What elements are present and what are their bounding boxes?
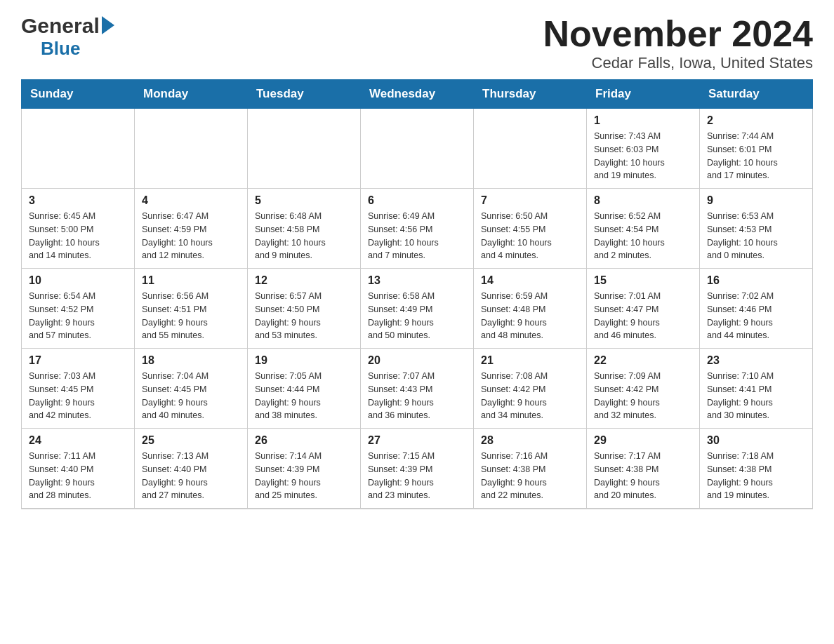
day-number: 4: [142, 194, 240, 207]
day-number: 27: [368, 434, 466, 447]
day-info: Sunrise: 7:17 AM Sunset: 4:38 PM Dayligh…: [594, 450, 692, 502]
day-number: 13: [368, 274, 466, 287]
calendar-cell: [135, 109, 248, 189]
calendar-cell: 17Sunrise: 7:03 AM Sunset: 4:45 PM Dayli…: [22, 349, 135, 429]
calendar-cell: 24Sunrise: 7:11 AM Sunset: 4:40 PM Dayli…: [22, 429, 135, 509]
day-info: Sunrise: 6:54 AM Sunset: 4:52 PM Dayligh…: [29, 290, 127, 342]
day-number: 8: [594, 194, 692, 207]
day-number: 7: [481, 194, 579, 207]
day-number: 26: [255, 434, 353, 447]
day-info: Sunrise: 6:49 AM Sunset: 4:56 PM Dayligh…: [368, 210, 466, 262]
day-info: Sunrise: 6:59 AM Sunset: 4:48 PM Dayligh…: [481, 290, 579, 342]
calendar-cell: 9Sunrise: 6:53 AM Sunset: 4:53 PM Daylig…: [700, 189, 813, 269]
day-number: 17: [29, 354, 127, 367]
weekday-header-sunday: Sunday: [22, 80, 135, 109]
calendar-cell: 6Sunrise: 6:49 AM Sunset: 4:56 PM Daylig…: [361, 189, 474, 269]
day-number: 19: [255, 354, 353, 367]
calendar-cell: 12Sunrise: 6:57 AM Sunset: 4:50 PM Dayli…: [248, 269, 361, 349]
calendar-cell: 10Sunrise: 6:54 AM Sunset: 4:52 PM Dayli…: [22, 269, 135, 349]
calendar-cell: 4Sunrise: 6:47 AM Sunset: 4:59 PM Daylig…: [135, 189, 248, 269]
day-number: 11: [142, 274, 240, 287]
weekday-header-monday: Monday: [135, 80, 248, 109]
calendar-cell: 23Sunrise: 7:10 AM Sunset: 4:41 PM Dayli…: [700, 349, 813, 429]
day-number: 30: [707, 434, 805, 447]
day-info: Sunrise: 7:04 AM Sunset: 4:45 PM Dayligh…: [142, 370, 240, 422]
calendar-cell: [248, 109, 361, 189]
day-info: Sunrise: 7:11 AM Sunset: 4:40 PM Dayligh…: [29, 450, 127, 502]
calendar-cell: 16Sunrise: 7:02 AM Sunset: 4:46 PM Dayli…: [700, 269, 813, 349]
day-info: Sunrise: 7:01 AM Sunset: 4:47 PM Dayligh…: [594, 290, 692, 342]
calendar-week-1: 3Sunrise: 6:45 AM Sunset: 5:00 PM Daylig…: [22, 189, 813, 269]
day-number: 23: [707, 354, 805, 367]
day-number: 25: [142, 434, 240, 447]
calendar-cell: 25Sunrise: 7:13 AM Sunset: 4:40 PM Dayli…: [135, 429, 248, 509]
calendar-cell: 11Sunrise: 6:56 AM Sunset: 4:51 PM Dayli…: [135, 269, 248, 349]
day-info: Sunrise: 7:16 AM Sunset: 4:38 PM Dayligh…: [481, 450, 579, 502]
day-info: Sunrise: 7:07 AM Sunset: 4:43 PM Dayligh…: [368, 370, 466, 422]
page-header: General Blue November 2024 Cedar Falls, …: [21, 14, 813, 72]
day-number: 24: [29, 434, 127, 447]
day-number: 5: [255, 194, 353, 207]
day-number: 29: [594, 434, 692, 447]
calendar-cell: [361, 109, 474, 189]
day-number: 2: [707, 114, 805, 127]
calendar-week-0: 1Sunrise: 7:43 AM Sunset: 6:03 PM Daylig…: [22, 109, 813, 189]
day-number: 1: [594, 114, 692, 127]
day-info: Sunrise: 7:43 AM Sunset: 6:03 PM Dayligh…: [594, 130, 692, 182]
day-number: 20: [368, 354, 466, 367]
calendar-cell: 1Sunrise: 7:43 AM Sunset: 6:03 PM Daylig…: [587, 109, 700, 189]
day-info: Sunrise: 7:13 AM Sunset: 4:40 PM Dayligh…: [142, 450, 240, 502]
calendar-cell: 8Sunrise: 6:52 AM Sunset: 4:54 PM Daylig…: [587, 189, 700, 269]
day-info: Sunrise: 7:05 AM Sunset: 4:44 PM Dayligh…: [255, 370, 353, 422]
day-number: 15: [594, 274, 692, 287]
day-number: 22: [594, 354, 692, 367]
calendar-cell: 21Sunrise: 7:08 AM Sunset: 4:42 PM Dayli…: [474, 349, 587, 429]
day-number: 10: [29, 274, 127, 287]
calendar-cell: 29Sunrise: 7:17 AM Sunset: 4:38 PM Dayli…: [587, 429, 700, 509]
weekday-header-friday: Friday: [587, 80, 700, 109]
day-info: Sunrise: 7:18 AM Sunset: 4:38 PM Dayligh…: [707, 450, 805, 502]
day-info: Sunrise: 6:53 AM Sunset: 4:53 PM Dayligh…: [707, 210, 805, 262]
day-info: Sunrise: 6:45 AM Sunset: 5:00 PM Dayligh…: [29, 210, 127, 262]
logo-general-text: General: [21, 14, 100, 38]
day-info: Sunrise: 7:09 AM Sunset: 4:42 PM Dayligh…: [594, 370, 692, 422]
day-info: Sunrise: 7:03 AM Sunset: 4:45 PM Dayligh…: [29, 370, 127, 422]
day-number: 18: [142, 354, 240, 367]
day-number: 12: [255, 274, 353, 287]
day-number: 28: [481, 434, 579, 447]
day-info: Sunrise: 7:08 AM Sunset: 4:42 PM Dayligh…: [481, 370, 579, 422]
calendar-cell: 27Sunrise: 7:15 AM Sunset: 4:39 PM Dayli…: [361, 429, 474, 509]
calendar-week-2: 10Sunrise: 6:54 AM Sunset: 4:52 PM Dayli…: [22, 269, 813, 349]
day-info: Sunrise: 6:57 AM Sunset: 4:50 PM Dayligh…: [255, 290, 353, 342]
calendar-subtitle: Cedar Falls, Iowa, United States: [543, 54, 813, 72]
day-info: Sunrise: 7:44 AM Sunset: 6:01 PM Dayligh…: [707, 130, 805, 182]
calendar-table: SundayMondayTuesdayWednesdayThursdayFrid…: [21, 79, 813, 509]
calendar-cell: 5Sunrise: 6:48 AM Sunset: 4:58 PM Daylig…: [248, 189, 361, 269]
calendar-cell: 3Sunrise: 6:45 AM Sunset: 5:00 PM Daylig…: [22, 189, 135, 269]
calendar-cell: [22, 109, 135, 189]
calendar-week-4: 24Sunrise: 7:11 AM Sunset: 4:40 PM Dayli…: [22, 429, 813, 509]
logo-arrow-icon: [102, 16, 114, 34]
calendar-cell: 18Sunrise: 7:04 AM Sunset: 4:45 PM Dayli…: [135, 349, 248, 429]
day-info: Sunrise: 6:52 AM Sunset: 4:54 PM Dayligh…: [594, 210, 692, 262]
calendar-cell: 26Sunrise: 7:14 AM Sunset: 4:39 PM Dayli…: [248, 429, 361, 509]
day-info: Sunrise: 6:50 AM Sunset: 4:55 PM Dayligh…: [481, 210, 579, 262]
day-info: Sunrise: 7:02 AM Sunset: 4:46 PM Dayligh…: [707, 290, 805, 342]
day-info: Sunrise: 6:47 AM Sunset: 4:59 PM Dayligh…: [142, 210, 240, 262]
calendar-cell: 14Sunrise: 6:59 AM Sunset: 4:48 PM Dayli…: [474, 269, 587, 349]
weekday-header-wednesday: Wednesday: [361, 80, 474, 109]
calendar-cell: 20Sunrise: 7:07 AM Sunset: 4:43 PM Dayli…: [361, 349, 474, 429]
weekday-header-thursday: Thursday: [474, 80, 587, 109]
calendar-title: November 2024: [543, 14, 813, 54]
calendar-cell: 22Sunrise: 7:09 AM Sunset: 4:42 PM Dayli…: [587, 349, 700, 429]
calendar-cell: [474, 109, 587, 189]
calendar-cell: 15Sunrise: 7:01 AM Sunset: 4:47 PM Dayli…: [587, 269, 700, 349]
calendar-week-3: 17Sunrise: 7:03 AM Sunset: 4:45 PM Dayli…: [22, 349, 813, 429]
logo-blue-text: Blue: [41, 38, 80, 60]
calendar-header-row: SundayMondayTuesdayWednesdayThursdayFrid…: [22, 80, 813, 109]
day-number: 14: [481, 274, 579, 287]
day-number: 21: [481, 354, 579, 367]
calendar-cell: 30Sunrise: 7:18 AM Sunset: 4:38 PM Dayli…: [700, 429, 813, 509]
day-number: 9: [707, 194, 805, 207]
calendar-cell: 2Sunrise: 7:44 AM Sunset: 6:01 PM Daylig…: [700, 109, 813, 189]
